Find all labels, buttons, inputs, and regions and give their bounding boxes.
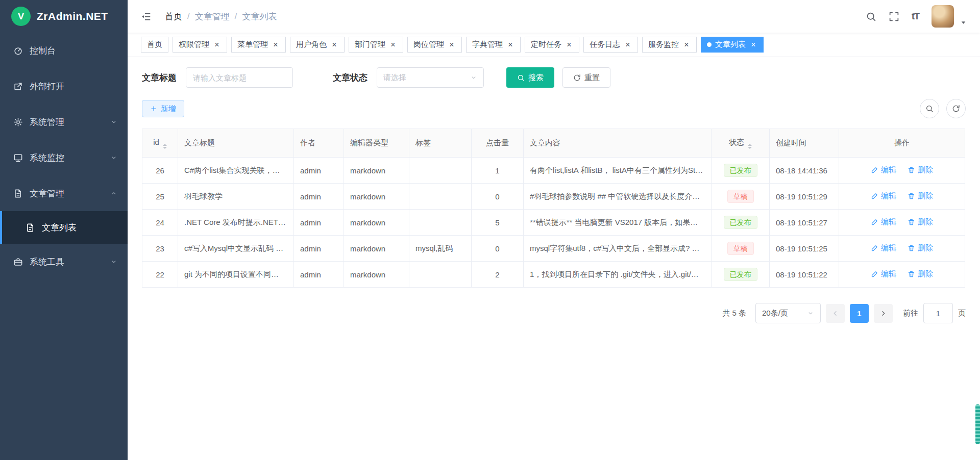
goto-page-input[interactable] — [923, 303, 953, 323]
tab-1[interactable]: 权限管理× — [173, 37, 227, 53]
cell-ops: 编辑删除 — [839, 158, 965, 184]
cell-clicks: 2 — [472, 262, 524, 288]
scrollbar-thumb[interactable] — [975, 404, 980, 444]
tab-2[interactable]: 菜单管理× — [231, 37, 286, 53]
search-button[interactable]: 搜索 — [506, 67, 554, 88]
column-header-content: 文章内容 — [524, 129, 712, 158]
tab-close-icon[interactable]: × — [272, 41, 280, 49]
tools-icon — [13, 257, 23, 267]
edit-link-label: 编辑 — [881, 217, 896, 227]
column-label: 编辑器类型 — [350, 138, 388, 147]
status-filter-select[interactable]: 请选择 — [377, 67, 484, 88]
tab-7[interactable]: 定时任务× — [525, 37, 579, 53]
status-badge: 已发布 — [724, 268, 757, 282]
sidebar-item-external-open[interactable]: 外部打开 — [0, 68, 128, 104]
toolbar-right — [920, 99, 966, 118]
delete-link[interactable]: 删除 — [908, 191, 933, 201]
edit-link[interactable]: 编辑 — [871, 165, 896, 175]
refresh-icon — [573, 74, 581, 82]
cell-created: 08-19 10:51:22 — [770, 262, 839, 288]
cell-created: 08-18 14:41:36 — [770, 158, 839, 184]
tab-close-icon[interactable]: × — [506, 41, 514, 49]
tab-6[interactable]: 字典管理× — [466, 37, 521, 53]
reset-button[interactable]: 重置 — [562, 67, 610, 88]
edit-link[interactable]: 编辑 — [871, 243, 896, 253]
tab-0[interactable]: 首页 — [141, 37, 168, 53]
tab-close-icon[interactable]: × — [330, 41, 338, 49]
sidebar-item-system-monitor[interactable]: 系统监控 — [0, 140, 128, 175]
breadcrumb-item-article-management[interactable]: 文章管理 — [195, 11, 230, 22]
user-menu-caret-icon[interactable] — [960, 19, 967, 25]
sort-carets-icon[interactable] — [748, 144, 752, 149]
edit-link-label: 编辑 — [881, 243, 896, 253]
edit-link[interactable]: 编辑 — [871, 269, 896, 279]
toggle-search-button[interactable] — [920, 99, 939, 118]
tab-label: 部门管理 — [355, 40, 385, 49]
page-number-button[interactable]: 1 — [850, 304, 869, 323]
delete-link[interactable]: 删除 — [908, 165, 933, 175]
main-content: 文章标题 文章状态 请选择 搜索 重置 新 — [128, 57, 980, 460]
cell-status: 已发布 — [712, 262, 770, 288]
refresh-table-button[interactable] — [946, 99, 966, 118]
delete-link-label: 删除 — [918, 243, 933, 253]
next-page-button[interactable] — [874, 304, 893, 323]
delete-link[interactable]: 删除 — [908, 217, 933, 227]
page-size-select[interactable]: 20条/页 — [755, 303, 821, 323]
cell-editor: markdown — [344, 210, 409, 236]
cell-author: admin — [294, 262, 344, 288]
cell-title: 羽毛球教学 — [178, 184, 294, 210]
search-icon[interactable] — [866, 11, 876, 22]
logo-letter: V — [18, 11, 24, 22]
sort-carets-icon[interactable] — [163, 144, 167, 149]
delete-link[interactable]: 删除 — [908, 243, 933, 253]
tab-4[interactable]: 部门管理× — [349, 37, 403, 53]
fullscreen-icon[interactable] — [889, 11, 899, 22]
prev-page-button[interactable] — [826, 304, 845, 323]
tab-close-icon[interactable]: × — [624, 41, 632, 49]
tab-10[interactable]: 文章列表× — [701, 37, 764, 53]
tab-close-icon[interactable]: × — [213, 41, 221, 49]
delete-link[interactable]: 删除 — [908, 269, 933, 279]
tab-5[interactable]: 岗位管理× — [407, 37, 462, 53]
status-badge: 草稿 — [727, 190, 754, 203]
tab-close-icon[interactable]: × — [565, 41, 573, 49]
collapse-sidebar-icon[interactable] — [141, 11, 152, 22]
cell-created: 08-19 10:51:29 — [770, 184, 839, 210]
status-badge: 已发布 — [724, 164, 757, 177]
tab-label: 任务日志 — [590, 40, 620, 49]
search-icon — [925, 105, 934, 113]
cell-content: 1，找到项目所在目录下的 .git/文件夹，进入.git/… — [524, 262, 712, 288]
column-label: 文章标题 — [184, 138, 215, 147]
breadcrumb-item-article-list[interactable]: 文章列表 — [242, 11, 277, 22]
tab-3[interactable]: 用户角色× — [290, 37, 345, 53]
cell-id: 24 — [142, 210, 178, 236]
chevron-down-icon — [110, 258, 117, 265]
tab-close-icon[interactable]: × — [682, 41, 691, 49]
breadcrumb-item-home[interactable]: 首页 — [165, 11, 182, 22]
edit-link[interactable]: 编辑 — [871, 217, 896, 227]
edit-link[interactable]: 编辑 — [871, 191, 896, 201]
tab-close-icon[interactable]: × — [448, 41, 456, 49]
tab-9[interactable]: 服务监控× — [642, 37, 697, 53]
sidebar-item-article-management[interactable]: 文章管理 — [0, 175, 128, 211]
column-header-status[interactable]: 状态 — [712, 129, 770, 158]
tab-close-icon[interactable]: × — [749, 41, 757, 49]
sidebar-item-label: 文章管理 — [30, 188, 64, 199]
external-icon — [13, 82, 23, 91]
breadcrumb: 首页 / 文章管理 / 文章列表 — [165, 11, 277, 22]
tab-close-icon[interactable]: × — [389, 41, 397, 49]
add-button[interactable]: 新增 — [142, 100, 184, 117]
cell-clicks: 0 — [472, 236, 524, 262]
sidebar-item-system-tools[interactable]: 系统工具 — [0, 244, 128, 279]
font-size-icon[interactable]: tT — [912, 11, 919, 22]
sidebar-item-system-management[interactable]: 系统管理 — [0, 104, 128, 140]
user-avatar[interactable] — [932, 5, 954, 28]
sidebar-item-dashboard[interactable]: 控制台 — [0, 33, 128, 68]
column-header-id[interactable]: id — [142, 129, 178, 158]
reset-button-label: 重置 — [584, 73, 600, 83]
tab-8[interactable]: 任务日志× — [583, 37, 638, 53]
fullscreen-icon — [889, 11, 899, 22]
sidebar-item-article-list[interactable]: 文章列表 — [0, 211, 128, 244]
title-filter-input[interactable] — [186, 67, 293, 88]
delete-link-label: 删除 — [918, 217, 933, 227]
